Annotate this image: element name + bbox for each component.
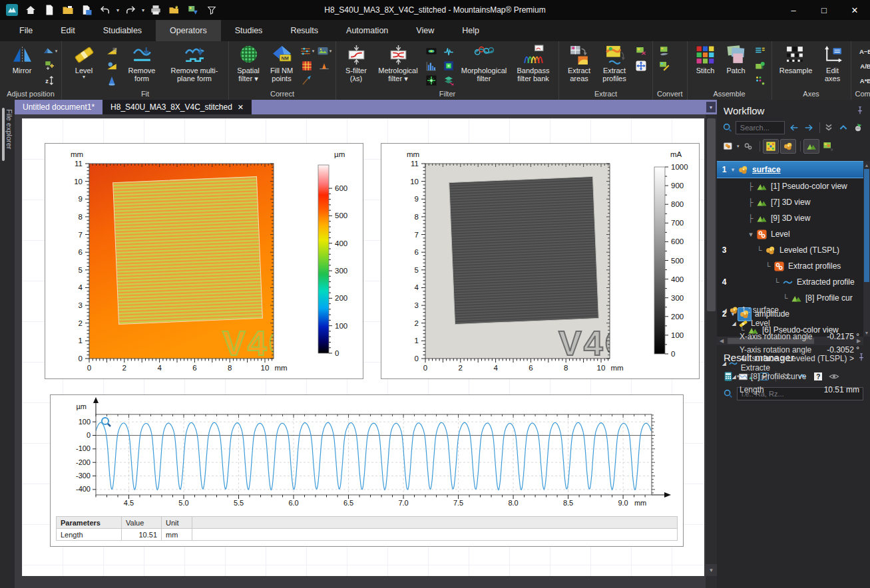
extract-areas-button[interactable]: Extract areas [562, 44, 596, 82]
expand-caret-icon[interactable]: ▾ [729, 166, 737, 173]
undo-dropdown[interactable]: ▾ [114, 7, 121, 13]
grid-color-icon[interactable] [763, 139, 779, 154]
scrollbar-thumb[interactable] [707, 118, 716, 311]
export-icon[interactable] [184, 3, 202, 17]
menu-automation[interactable]: Automation [332, 20, 402, 41]
median-filter-button[interactable] [441, 59, 457, 73]
convert-edit-button[interactable] [656, 59, 672, 73]
sidebar-handle[interactable] [2, 108, 5, 161]
arrow-right-icon[interactable] [802, 121, 815, 134]
extract-sub-button[interactable] [633, 44, 649, 59]
z-scale-button[interactable]: z [42, 73, 58, 88]
expander-icon[interactable]: ◢ [730, 321, 738, 327]
close-tab-icon[interactable]: ✕ [238, 103, 244, 112]
align-button[interactable] [42, 59, 58, 73]
dropdown-caret[interactable]: ▾ [83, 74, 85, 79]
image-correction-button[interactable]: ▾ [316, 44, 332, 59]
expander-icon[interactable]: ◢ [721, 361, 728, 367]
merge-button[interactable] [752, 59, 768, 73]
workflow-item-level[interactable]: ▾Level [717, 226, 863, 242]
remove-form-button[interactable]: Remove form [121, 44, 162, 82]
workflow-item-leveled-tlspl-[interactable]: 3└Leveled (TLSPL) [717, 242, 863, 258]
save-as-icon[interactable] [78, 3, 95, 17]
tab-h8-s40u-ma3-8x-v4c-stitched[interactable]: H8_S40U_MA3_8X_V4C_stitched✕ [103, 100, 252, 114]
workflow-item--1-pseudo-color-view[interactable]: ├[1] Pseudo-color view [717, 178, 863, 194]
result-item-level[interactable]: ◢Level [717, 317, 870, 330]
fill-nm-points-button[interactable]: NMFill NM points [266, 44, 298, 82]
menu-edit[interactable]: Edit [47, 20, 89, 41]
gears-icon[interactable] [741, 140, 756, 153]
extract-profiles-button[interactable]: Extract profiles [597, 44, 632, 82]
metrological-filter-button[interactable]: Metrological filter ▾ [374, 44, 422, 82]
multiply-button[interactable]: A*B [855, 73, 870, 88]
menu-view[interactable]: View [402, 20, 448, 41]
retouch-button[interactable] [299, 73, 315, 88]
view-thumb-icon[interactable] [721, 140, 736, 153]
line-correction-button[interactable]: ▾ [299, 44, 315, 59]
gradient-view-button[interactable]: ▾ [42, 44, 58, 59]
open-icon[interactable] [59, 3, 77, 17]
menu-file[interactable]: File [5, 20, 47, 41]
spatial-filter-button[interactable]: Spatial filter ▾ [232, 44, 264, 82]
map-arrow-icon[interactable] [821, 140, 835, 153]
dropdown-caret[interactable]: ▾ [737, 144, 740, 149]
tab-untitled-document1-[interactable]: Untitled document1* [15, 100, 103, 114]
fit-ball-button[interactable] [104, 59, 120, 73]
s-filter-button[interactable]: S-filter (λs) [339, 44, 373, 82]
pin-icon[interactable] [855, 106, 865, 115]
chevs-down-icon[interactable] [822, 121, 835, 134]
extract-cross-button[interactable] [633, 59, 649, 73]
wf-options-icon[interactable] [851, 121, 865, 134]
scrollbar-thumb[interactable] [864, 169, 869, 282]
level-button[interactable]: Level▾ [65, 44, 103, 79]
psd-filter-button[interactable] [423, 73, 439, 88]
divide-button[interactable]: A/B [855, 59, 870, 73]
spike-filter-button[interactable] [441, 44, 457, 59]
import-icon[interactable] [166, 3, 183, 17]
pseudo-color-view-right[interactable]: V4C0246810mm01234567891011mm010020030040… [381, 143, 700, 379]
grid-correction-button[interactable] [299, 59, 315, 73]
mirror-button[interactable]: Mirror [3, 44, 41, 74]
profile-curve-study[interactable]: 4.55.05.56.06.57.07.58.08.59.0mm1000-100… [50, 394, 684, 547]
stitch-button[interactable]: Stitch [691, 44, 720, 74]
menu-help[interactable]: Help [448, 20, 493, 41]
result-item--8-profile-curve[interactable]: ◢[8] Profile curve [717, 370, 870, 383]
workflow-item-extracted-profile[interactable]: 4└Extracted profile [717, 274, 863, 290]
patch-button[interactable]: Patch [722, 44, 751, 74]
workflow-item--7-3d-view[interactable]: ├[7] 3D view [717, 194, 863, 210]
pseudo-color-view-left[interactable]: V4C0246810mm01234567891011mm010020030040… [45, 143, 363, 379]
arrow-left-icon[interactable] [787, 121, 801, 134]
menu-studies[interactable]: Studies [221, 20, 277, 41]
threshold-button[interactable] [316, 59, 332, 73]
expander-icon[interactable]: ◢ [721, 307, 728, 313]
workflow-item-surface[interactable]: 1▾surface [717, 161, 863, 178]
workflow-item--9-3d-view[interactable]: ├[9] 3D view [717, 210, 863, 226]
workflow-search-input[interactable] [739, 123, 781, 132]
surface-icon[interactable] [780, 139, 796, 154]
expander-icon[interactable]: ◢ [730, 374, 738, 380]
new-document-icon[interactable] [41, 3, 58, 17]
quick-access-filter-icon[interactable] [203, 3, 220, 17]
chev-up-icon[interactable] [837, 121, 850, 134]
layers-filter-button[interactable] [441, 73, 457, 88]
series-list-button[interactable] [752, 44, 768, 59]
result-item-length[interactable]: Length10.51 mm [717, 383, 870, 396]
workflow-item-extract-profiles[interactable]: └Extract profiles [717, 258, 863, 274]
fit-lines-button[interactable] [104, 44, 120, 59]
scroll-up-arrow[interactable]: ▲ [863, 161, 870, 169]
maximize-button[interactable]: □ [809, 0, 839, 20]
close-button[interactable]: ✕ [839, 0, 870, 20]
edit-axes-button[interactable]: Edit axes [818, 44, 847, 82]
app-logo-icon[interactable] [3, 3, 21, 17]
fft-filter-button[interactable] [423, 44, 439, 59]
result-item-x-axis-rotation-angle[interactable]: X-axis rotation angle-0.2175 ° [717, 330, 870, 343]
param-row[interactable]: Length10.51mm [57, 529, 678, 541]
subtract-button[interactable]: A−B [855, 44, 870, 59]
scrollbar-down-arrow[interactable]: ▼ [706, 564, 717, 576]
mosaic-button[interactable] [752, 73, 768, 88]
histogram-filter-button[interactable] [423, 59, 439, 73]
menu-studiables[interactable]: Studiables [89, 20, 156, 41]
result-item-1-surface[interactable]: ◢1 : surface [717, 303, 870, 317]
view-icon[interactable] [803, 139, 819, 154]
menu-results[interactable]: Results [276, 20, 332, 41]
